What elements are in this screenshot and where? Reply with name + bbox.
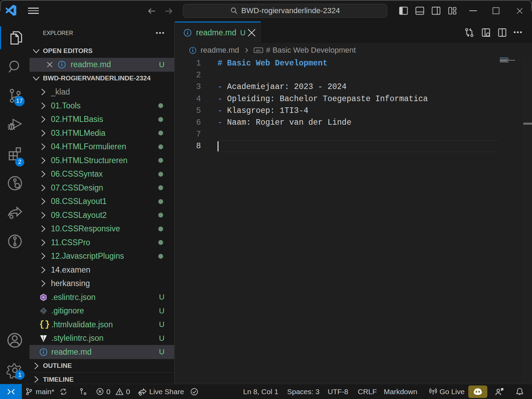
svg-text:abc: abc: [256, 48, 261, 52]
